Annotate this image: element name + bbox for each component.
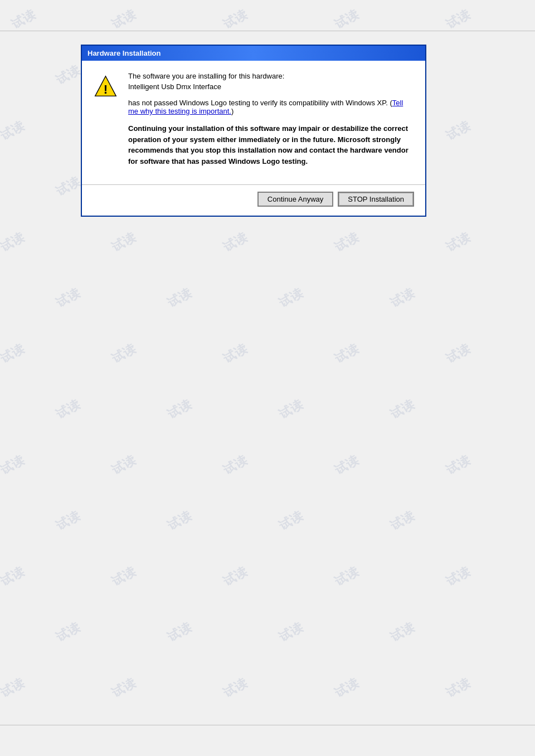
intro-text: The software you are installing for this…	[128, 72, 414, 80]
dialog-titlebar: Hardware Installation	[82, 46, 425, 61]
logo-test-part1: has not passed Windows Logo testing to v…	[128, 99, 392, 107]
logo-test-text: has not passed Windows Logo testing to v…	[128, 99, 414, 115]
dialog-footer: Continue Anyway STOP Installation	[82, 185, 425, 216]
device-name: Intelligent Usb Dmx Interface	[128, 82, 414, 91]
border-bottom	[0, 725, 535, 725]
dialog-text-content: The software you are installing for this…	[128, 72, 414, 175]
warning-text: Continuing your installation of this sof…	[128, 123, 414, 167]
svg-text:!: !	[104, 82, 108, 96]
stop-installation-button[interactable]: STOP Installation	[338, 192, 414, 207]
continue-anyway-button[interactable]: Continue Anyway	[257, 192, 333, 207]
hardware-installation-dialog: Hardware Installation ! The software you…	[81, 45, 426, 217]
dialog-body: ! The software you are installing for th…	[82, 61, 425, 175]
logo-test-part2: )	[231, 107, 234, 115]
border-top	[0, 31, 535, 31]
warning-icon: !	[93, 74, 118, 99]
dialog-title: Hardware Installation	[87, 49, 160, 57]
